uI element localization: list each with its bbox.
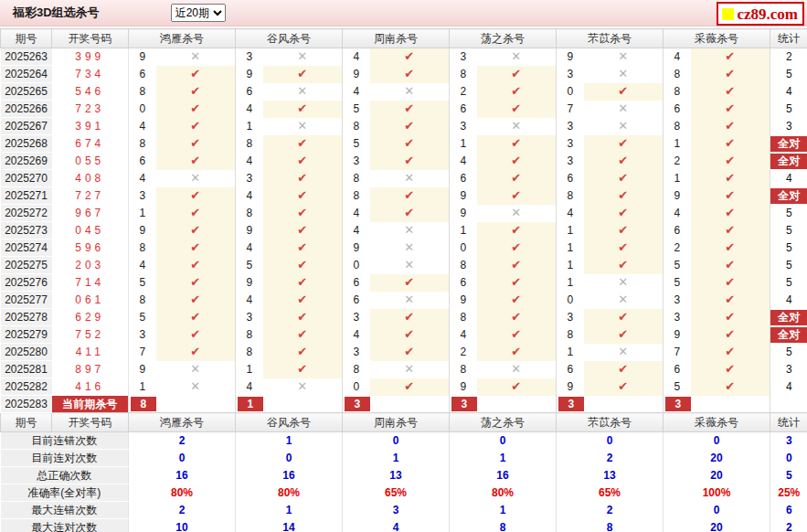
check-icon: ✔ xyxy=(584,83,664,101)
kill-number: 8 xyxy=(343,170,370,187)
current-kill-badge: 1 xyxy=(238,397,263,411)
table-row: 20252786295✔3✔3✔8✔3✔3✔全对 xyxy=(1,309,807,326)
check-icon: ✔ xyxy=(156,83,236,101)
kill-number: 9 xyxy=(450,378,477,396)
table-row: 20252667230✔4✔5✔6✔7✕6✔5 xyxy=(1,101,807,118)
kill-number: 4 xyxy=(450,153,477,170)
empty-mark-cell xyxy=(263,396,343,413)
cross-icon: ✕ xyxy=(263,83,343,101)
summary-value: 65% xyxy=(343,484,450,502)
cross-icon: ✕ xyxy=(370,361,450,378)
table-row: 20252673914✔1✕8✔3✕3✕8✔3 xyxy=(1,118,807,135)
cross-icon: ✕ xyxy=(370,239,450,257)
col-header-killer-2: 谷风杀号 xyxy=(236,413,343,432)
empty-mark-cell xyxy=(477,396,557,413)
check-icon: ✔ xyxy=(477,309,557,326)
check-icon: ✔ xyxy=(370,48,450,66)
cross-icon: ✕ xyxy=(584,344,664,361)
period-cell: 2025275 xyxy=(1,257,52,274)
top-bar: 福彩3D组选杀号 近20期 cz89.com xyxy=(0,0,807,27)
check-icon: ✔ xyxy=(477,292,557,309)
check-icon: ✔ xyxy=(477,83,557,101)
table-row: 20252690556✔4✔3✔4✔3✔2✔全对 xyxy=(1,153,807,170)
current-kill-cell: 8 xyxy=(129,396,156,413)
stat-cell: 5 xyxy=(770,239,807,257)
kill-number: 2 xyxy=(664,239,691,257)
summary-value: 0 xyxy=(664,502,770,519)
period-cell: 2025274 xyxy=(1,239,52,257)
check-icon: ✔ xyxy=(156,257,236,274)
current-kill-cell: 1 xyxy=(236,396,263,413)
kill-number: 8 xyxy=(236,326,263,344)
col-header-killer-1: 鸿雁杀号 xyxy=(129,413,236,432)
check-icon: ✔ xyxy=(263,153,343,170)
main-table-header: 期号开奖号码鸿雁杀号谷风杀号周南杀号荡之杀号芣苡杀号采薇杀号统计 xyxy=(1,29,807,48)
period-cell: 2025269 xyxy=(1,153,52,170)
cross-icon: ✕ xyxy=(370,257,450,274)
check-icon: ✔ xyxy=(370,66,450,83)
period-cell: 2025266 xyxy=(1,101,52,118)
summary-value: 16 xyxy=(450,467,557,484)
kill-number: 1 xyxy=(236,361,263,378)
check-icon: ✔ xyxy=(477,222,557,239)
summary-value: 0 xyxy=(129,450,236,467)
kill-number: 9 xyxy=(129,222,156,239)
kill-number: 3 xyxy=(557,153,584,170)
stat-cell: 全对 xyxy=(770,153,807,170)
draw-number: 752 xyxy=(52,326,129,344)
check-icon: ✔ xyxy=(263,205,343,222)
check-icon: ✔ xyxy=(584,361,664,378)
check-icon: ✔ xyxy=(584,378,664,396)
kill-number: 6 xyxy=(450,170,477,187)
col-header-killer-4: 荡之杀号 xyxy=(450,29,557,48)
col-header-period: 期号 xyxy=(1,413,52,432)
kill-number: 8 xyxy=(343,361,370,378)
kill-number: 3 xyxy=(129,326,156,344)
kill-number: 1 xyxy=(557,257,584,274)
summary-value: 0 xyxy=(450,432,557,450)
check-icon: ✔ xyxy=(263,274,343,292)
current-kill-cell: 3 xyxy=(450,396,477,413)
draw-number: 897 xyxy=(52,361,129,378)
kill-number: 8 xyxy=(129,83,156,101)
period-range-select[interactable]: 近20期 xyxy=(171,4,226,22)
kill-number: 0 xyxy=(343,257,370,274)
period-cell: 2025281 xyxy=(1,361,52,378)
stat-cell: 5 xyxy=(770,205,807,222)
col-header-killer-2: 谷风杀号 xyxy=(236,29,343,48)
kill-number: 8 xyxy=(236,135,263,153)
site-logo[interactable]: cz89.com xyxy=(717,2,804,26)
kill-number: 3 xyxy=(557,135,584,153)
draw-number: 391 xyxy=(52,118,129,135)
kill-number: 4 xyxy=(236,292,263,309)
period-cell: 2025276 xyxy=(1,274,52,292)
summary-value: 16 xyxy=(129,467,236,484)
period-cell: 2025280 xyxy=(1,344,52,361)
check-icon: ✔ xyxy=(370,378,450,396)
summary-value: 4 xyxy=(343,519,450,532)
kill-number: 1 xyxy=(557,222,584,239)
period-cell: 2025282 xyxy=(1,378,52,396)
empty-mark-cell xyxy=(156,396,236,413)
kill-number-table: 期号开奖号码鸿雁杀号谷风杀号周南杀号荡之杀号芣苡杀号采薇杀号统计 2025263… xyxy=(0,28,807,532)
summary-value: 80% xyxy=(450,484,557,502)
check-icon: ✔ xyxy=(263,66,343,83)
check-icon: ✔ xyxy=(263,170,343,187)
draw-number: 416 xyxy=(52,378,129,396)
kill-number: 9 xyxy=(343,66,370,83)
kill-number: 8 xyxy=(557,187,584,205)
kill-number: 0 xyxy=(129,101,156,118)
check-icon: ✔ xyxy=(156,153,236,170)
yellow-square-icon xyxy=(722,8,734,20)
table-row: 20252655468✔6✕4✕2✔0✔8✔4 xyxy=(1,83,807,101)
table-row: 20252730459✔9✔4✕1✔1✔6✔5 xyxy=(1,222,807,239)
kill-number: 9 xyxy=(557,48,584,66)
cross-icon: ✕ xyxy=(477,361,557,378)
cross-icon: ✕ xyxy=(477,205,557,222)
summary-value: 16 xyxy=(236,467,343,484)
table-row: 20252647346✔9✔9✔8✔3✕8✔5 xyxy=(1,66,807,83)
kill-number: 7 xyxy=(664,344,691,361)
summary-row: 最大连对次数1014488202 xyxy=(1,519,807,532)
cross-icon: ✕ xyxy=(584,48,664,66)
perfect-badge: 全对 xyxy=(770,136,807,152)
